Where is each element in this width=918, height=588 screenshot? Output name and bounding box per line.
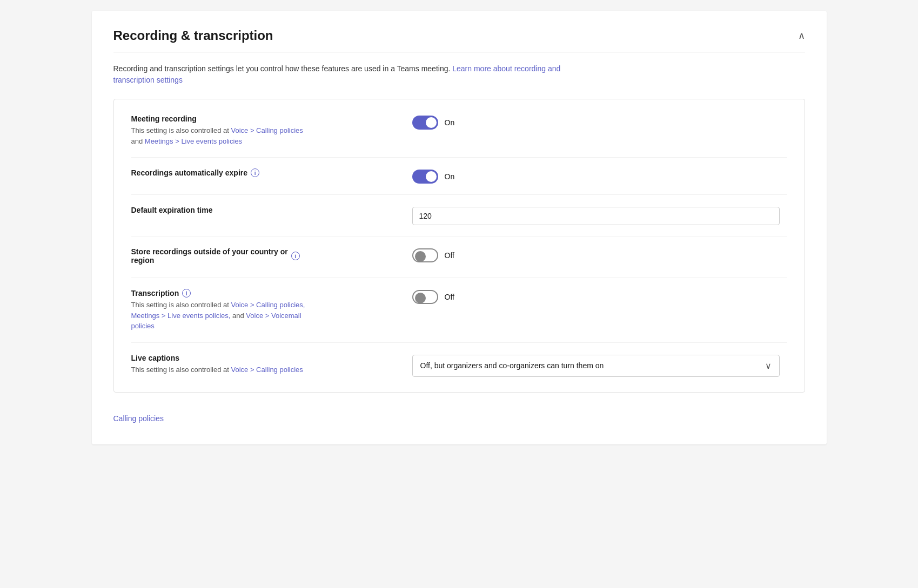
recordings-expire-info-icon: i bbox=[251, 168, 259, 177]
setting-control-live-captions: Off, but organizers and co-organizers ca… bbox=[391, 354, 787, 377]
recording-transcription-panel: Recording & transcription ∧ Recording an… bbox=[92, 11, 827, 444]
calling-policies-link[interactable]: Calling policies bbox=[113, 414, 164, 423]
setting-desc-live-captions: This setting is also controlled at Voice… bbox=[131, 364, 391, 375]
bottom-nav: Calling policies bbox=[113, 414, 805, 423]
description-text: Recording and transcription settings let… bbox=[113, 64, 451, 73]
setting-row-meeting-recording: Meeting recording This setting is also c… bbox=[131, 114, 787, 158]
setting-label-live-captions: Live captions This setting is also contr… bbox=[131, 354, 391, 375]
setting-label-recordings-expire: Recordings automatically expire i bbox=[131, 168, 391, 179]
setting-control-store-outside: Off bbox=[391, 247, 787, 262]
setting-label-expiration-time: Default expiration time bbox=[131, 206, 391, 217]
setting-title-recordings-expire: Recordings automatically expire i bbox=[131, 168, 391, 177]
meeting-recording-toggle-label: On bbox=[445, 118, 455, 127]
voice-calling-link-2[interactable]: Voice > Calling policies, bbox=[231, 301, 305, 309]
store-outside-toggle[interactable] bbox=[412, 248, 438, 262]
setting-label-store-outside: Store recordings outside of your country… bbox=[131, 247, 391, 267]
transcription-toggle[interactable] bbox=[412, 290, 438, 304]
setting-title-expiration-time: Default expiration time bbox=[131, 206, 391, 214]
store-outside-toggle-label: Off bbox=[445, 251, 454, 260]
recordings-expire-toggle[interactable] bbox=[412, 170, 438, 184]
setting-title-live-captions: Live captions bbox=[131, 354, 391, 362]
setting-label-transcription: Transcription i This setting is also con… bbox=[131, 289, 391, 332]
transcription-toggle-label: Off bbox=[445, 293, 454, 301]
setting-row-expiration-time: Default expiration time bbox=[131, 195, 787, 236]
setting-title-store-outside: Store recordings outside of your country… bbox=[131, 247, 391, 265]
store-outside-info-icon: i bbox=[291, 252, 300, 260]
setting-label-meeting-recording: Meeting recording This setting is also c… bbox=[131, 114, 391, 146]
setting-control-expiration-time bbox=[391, 206, 787, 225]
settings-box: Meeting recording This setting is also c… bbox=[113, 99, 805, 393]
setting-desc-meeting-recording: This setting is also controlled at Voice… bbox=[131, 125, 391, 146]
setting-row-transcription: Transcription i This setting is also con… bbox=[131, 278, 787, 343]
transcription-info-icon: i bbox=[182, 289, 191, 298]
setting-desc-transcription: This setting is also controlled at Voice… bbox=[131, 300, 391, 332]
meeting-recording-toggle[interactable] bbox=[412, 116, 438, 130]
voicemail-link[interactable]: Voice > Voicemail bbox=[246, 312, 301, 320]
setting-control-transcription: Off bbox=[391, 289, 787, 304]
setting-row-store-outside: Store recordings outside of your country… bbox=[131, 236, 787, 278]
voice-calling-link-1[interactable]: Voice > Calling policies bbox=[231, 126, 303, 134]
expiration-time-input[interactable] bbox=[412, 207, 780, 225]
live-captions-dropdown[interactable]: Off, but organizers and co-organizers ca… bbox=[412, 355, 780, 377]
live-events-link-2[interactable]: Meetings > Live events policies, bbox=[131, 312, 231, 320]
close-icon[interactable]: ∧ bbox=[798, 31, 805, 40]
voicemail-policies-link[interactable]: policies bbox=[131, 322, 155, 330]
voice-calling-link-3[interactable]: Voice > Calling policies bbox=[231, 366, 303, 374]
setting-control-recordings-expire: On bbox=[391, 168, 787, 184]
chevron-down-icon: ∨ bbox=[765, 361, 772, 371]
recordings-expire-toggle-label: On bbox=[445, 172, 455, 181]
panel-description: Recording and transcription settings let… bbox=[113, 63, 805, 86]
setting-control-meeting-recording: On bbox=[391, 114, 787, 130]
setting-title-transcription: Transcription i bbox=[131, 289, 391, 298]
page-container: Recording & transcription ∧ Recording an… bbox=[0, 0, 918, 588]
live-events-link-1[interactable]: Meetings > Live events policies bbox=[145, 137, 242, 145]
live-captions-dropdown-value: Off, but organizers and co-organizers ca… bbox=[420, 361, 604, 370]
panel-title: Recording & transcription bbox=[113, 28, 273, 43]
setting-row-live-captions: Live captions This setting is also contr… bbox=[131, 343, 787, 377]
panel-header: Recording & transcription ∧ bbox=[113, 28, 805, 52]
setting-row-recordings-expire: Recordings automatically expire i On bbox=[131, 158, 787, 195]
setting-title-meeting-recording: Meeting recording bbox=[131, 114, 391, 123]
